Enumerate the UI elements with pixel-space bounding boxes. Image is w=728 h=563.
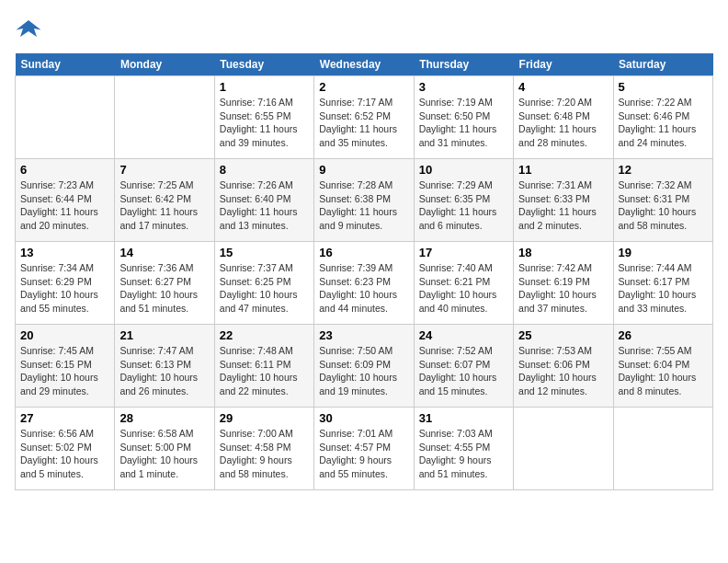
calendar-day-cell: 3Sunrise: 7:19 AMSunset: 6:50 PMDaylight… bbox=[414, 76, 513, 159]
svg-marker-0 bbox=[17, 20, 41, 37]
day-number: 3 bbox=[419, 80, 508, 94]
calendar-week-row: 6Sunrise: 7:23 AMSunset: 6:44 PMDaylight… bbox=[16, 159, 713, 242]
calendar-day-cell: 23Sunrise: 7:50 AMSunset: 6:09 PMDayligh… bbox=[314, 325, 414, 408]
calendar-day-cell: 26Sunrise: 7:55 AMSunset: 6:04 PMDayligh… bbox=[613, 325, 712, 408]
calendar-day-cell bbox=[16, 76, 115, 159]
day-number: 7 bbox=[119, 163, 209, 177]
calendar-week-row: 27Sunrise: 6:56 AMSunset: 5:02 PMDayligh… bbox=[16, 408, 713, 490]
day-number: 4 bbox=[518, 80, 608, 94]
calendar-day-cell: 16Sunrise: 7:39 AMSunset: 6:23 PMDayligh… bbox=[314, 242, 414, 325]
calendar-day-cell: 10Sunrise: 7:29 AMSunset: 6:35 PMDayligh… bbox=[414, 159, 513, 242]
weekday-header-row: SundayMondayTuesdayWednesdayThursdayFrid… bbox=[16, 53, 713, 76]
calendar-day-cell: 28Sunrise: 6:58 AMSunset: 5:00 PMDayligh… bbox=[115, 408, 214, 490]
day-number: 27 bbox=[20, 411, 109, 425]
calendar-day-cell: 2Sunrise: 7:17 AMSunset: 6:52 PMDaylight… bbox=[314, 76, 414, 159]
calendar-day-cell: 6Sunrise: 7:23 AMSunset: 6:44 PMDaylight… bbox=[16, 159, 115, 242]
day-number: 26 bbox=[619, 328, 708, 342]
day-info: Sunrise: 7:50 AMSunset: 6:09 PMDaylight:… bbox=[319, 344, 408, 398]
calendar-day-cell: 13Sunrise: 7:34 AMSunset: 6:29 PMDayligh… bbox=[16, 242, 115, 325]
day-info: Sunrise: 7:28 AMSunset: 6:38 PMDaylight:… bbox=[319, 178, 408, 233]
calendar-day-cell bbox=[514, 408, 613, 490]
day-info: Sunrise: 7:55 AMSunset: 6:04 PMDaylight:… bbox=[619, 344, 708, 398]
calendar-day-cell: 5Sunrise: 7:22 AMSunset: 6:46 PMDaylight… bbox=[613, 76, 712, 159]
day-number: 29 bbox=[220, 411, 309, 425]
calendar-week-row: 1Sunrise: 7:16 AMSunset: 6:55 PMDaylight… bbox=[16, 76, 713, 159]
day-number: 17 bbox=[419, 246, 508, 259]
day-number: 31 bbox=[419, 411, 508, 425]
day-info: Sunrise: 7:36 AMSunset: 6:27 PMDaylight:… bbox=[119, 261, 209, 316]
day-number: 12 bbox=[619, 163, 708, 177]
day-info: Sunrise: 7:31 AMSunset: 6:33 PMDaylight:… bbox=[518, 178, 608, 233]
calendar-day-cell: 11Sunrise: 7:31 AMSunset: 6:33 PMDayligh… bbox=[514, 159, 613, 242]
day-number: 14 bbox=[119, 246, 209, 259]
calendar-day-cell: 21Sunrise: 7:47 AMSunset: 6:13 PMDayligh… bbox=[115, 325, 214, 408]
calendar-day-cell: 27Sunrise: 6:56 AMSunset: 5:02 PMDayligh… bbox=[16, 408, 115, 490]
weekday-header: Friday bbox=[514, 53, 613, 76]
day-info: Sunrise: 7:32 AMSunset: 6:31 PMDaylight:… bbox=[619, 178, 708, 233]
day-number: 15 bbox=[220, 246, 309, 259]
page-header bbox=[15, 15, 713, 42]
calendar-day-cell: 24Sunrise: 7:52 AMSunset: 6:07 PMDayligh… bbox=[414, 325, 513, 408]
day-number: 2 bbox=[319, 80, 408, 94]
day-info: Sunrise: 7:22 AMSunset: 6:46 PMDaylight:… bbox=[619, 96, 708, 150]
day-info: Sunrise: 7:47 AMSunset: 6:13 PMDaylight:… bbox=[119, 344, 209, 398]
weekday-header: Wednesday bbox=[314, 53, 414, 76]
calendar-day-cell: 12Sunrise: 7:32 AMSunset: 6:31 PMDayligh… bbox=[613, 159, 712, 242]
weekday-header: Monday bbox=[115, 53, 214, 76]
calendar-day-cell bbox=[613, 408, 712, 490]
calendar-day-cell: 20Sunrise: 7:45 AMSunset: 6:15 PMDayligh… bbox=[16, 325, 115, 408]
calendar-day-cell: 4Sunrise: 7:20 AMSunset: 6:48 PMDaylight… bbox=[514, 76, 613, 159]
logo-icon bbox=[15, 15, 42, 42]
day-info: Sunrise: 7:39 AMSunset: 6:23 PMDaylight:… bbox=[319, 261, 408, 316]
day-number: 5 bbox=[619, 80, 708, 94]
day-info: Sunrise: 7:52 AMSunset: 6:07 PMDaylight:… bbox=[419, 344, 508, 398]
calendar-day-cell: 7Sunrise: 7:25 AMSunset: 6:42 PMDaylight… bbox=[115, 159, 214, 242]
day-info: Sunrise: 7:26 AMSunset: 6:40 PMDaylight:… bbox=[220, 178, 309, 233]
day-info: Sunrise: 7:20 AMSunset: 6:48 PMDaylight:… bbox=[518, 96, 608, 150]
day-info: Sunrise: 7:16 AMSunset: 6:55 PMDaylight:… bbox=[220, 96, 309, 150]
day-info: Sunrise: 7:23 AMSunset: 6:44 PMDaylight:… bbox=[20, 178, 109, 233]
day-info: Sunrise: 7:48 AMSunset: 6:11 PMDaylight:… bbox=[220, 344, 309, 398]
day-number: 24 bbox=[419, 328, 508, 342]
calendar-day-cell: 14Sunrise: 7:36 AMSunset: 6:27 PMDayligh… bbox=[115, 242, 214, 325]
weekday-header: Sunday bbox=[16, 53, 115, 76]
day-number: 6 bbox=[20, 163, 109, 177]
day-info: Sunrise: 7:17 AMSunset: 6:52 PMDaylight:… bbox=[319, 96, 408, 150]
calendar-day-cell bbox=[115, 76, 214, 159]
day-info: Sunrise: 7:25 AMSunset: 6:42 PMDaylight:… bbox=[119, 178, 209, 233]
calendar-day-cell: 15Sunrise: 7:37 AMSunset: 6:25 PMDayligh… bbox=[214, 242, 313, 325]
day-number: 13 bbox=[20, 246, 109, 259]
day-number: 22 bbox=[220, 328, 309, 342]
day-number: 30 bbox=[319, 411, 408, 425]
day-number: 28 bbox=[119, 411, 209, 425]
calendar-day-cell: 17Sunrise: 7:40 AMSunset: 6:21 PMDayligh… bbox=[414, 242, 513, 325]
day-number: 10 bbox=[419, 163, 508, 177]
calendar-day-cell: 29Sunrise: 7:00 AMSunset: 4:58 PMDayligh… bbox=[214, 408, 313, 490]
weekday-header: Thursday bbox=[414, 53, 513, 76]
weekday-header: Saturday bbox=[613, 53, 712, 76]
logo bbox=[15, 15, 46, 42]
day-info: Sunrise: 7:01 AMSunset: 4:57 PMDaylight:… bbox=[319, 427, 408, 481]
day-info: Sunrise: 7:44 AMSunset: 6:17 PMDaylight:… bbox=[619, 261, 708, 316]
day-info: Sunrise: 7:19 AMSunset: 6:50 PMDaylight:… bbox=[419, 96, 508, 150]
day-number: 8 bbox=[220, 163, 309, 177]
calendar-week-row: 13Sunrise: 7:34 AMSunset: 6:29 PMDayligh… bbox=[16, 242, 713, 325]
day-info: Sunrise: 6:56 AMSunset: 5:02 PMDaylight:… bbox=[20, 427, 109, 481]
calendar-day-cell: 31Sunrise: 7:03 AMSunset: 4:55 PMDayligh… bbox=[414, 408, 513, 490]
day-info: Sunrise: 7:42 AMSunset: 6:19 PMDaylight:… bbox=[518, 261, 608, 316]
day-info: Sunrise: 6:58 AMSunset: 5:00 PMDaylight:… bbox=[119, 427, 209, 481]
day-info: Sunrise: 7:29 AMSunset: 6:35 PMDaylight:… bbox=[419, 178, 508, 233]
day-info: Sunrise: 7:34 AMSunset: 6:29 PMDaylight:… bbox=[20, 261, 109, 316]
calendar-day-cell: 1Sunrise: 7:16 AMSunset: 6:55 PMDaylight… bbox=[214, 76, 313, 159]
day-number: 18 bbox=[518, 246, 608, 259]
calendar-day-cell: 8Sunrise: 7:26 AMSunset: 6:40 PMDaylight… bbox=[214, 159, 313, 242]
weekday-header: Tuesday bbox=[214, 53, 313, 76]
day-number: 1 bbox=[220, 80, 309, 94]
calendar-day-cell: 19Sunrise: 7:44 AMSunset: 6:17 PMDayligh… bbox=[613, 242, 712, 325]
calendar-day-cell: 9Sunrise: 7:28 AMSunset: 6:38 PMDaylight… bbox=[314, 159, 414, 242]
calendar-week-row: 20Sunrise: 7:45 AMSunset: 6:15 PMDayligh… bbox=[16, 325, 713, 408]
day-number: 21 bbox=[119, 328, 209, 342]
day-info: Sunrise: 7:45 AMSunset: 6:15 PMDaylight:… bbox=[20, 344, 109, 398]
day-number: 23 bbox=[319, 328, 408, 342]
day-number: 25 bbox=[518, 328, 608, 342]
